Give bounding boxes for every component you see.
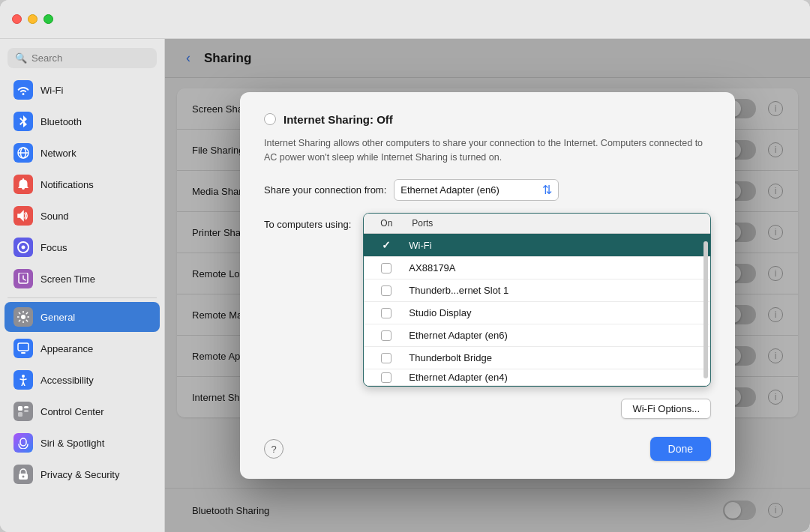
content-area: 🔍 Wi-Fi Bluetooth: [0, 39, 810, 532]
privacy-icon: [14, 465, 33, 484]
table-row[interactable]: AX88179A: [364, 257, 710, 279]
sidebar: 🔍 Wi-Fi Bluetooth: [0, 39, 165, 532]
svg-rect-11: [18, 412, 22, 417]
en4-port-label: Ethernet Adapter (en4): [409, 372, 710, 383]
modal-overlay: Internet Sharing: Off Internet Sharing a…: [165, 39, 810, 532]
svg-rect-10: [24, 410, 28, 412]
sidebar-item-controlcenter[interactable]: Control Center: [4, 396, 160, 426]
col-on-header: On: [364, 218, 409, 229]
ports-table-container: On Ports ✓: [363, 213, 711, 425]
minimize-button[interactable]: [28, 14, 38, 24]
ax88-checkbox[interactable]: [381, 263, 392, 273]
sidebar-item-privacy[interactable]: Privacy & Security: [4, 459, 160, 489]
en6-port-label: Ethernet Adapter (en6): [409, 330, 710, 341]
studio-checkbox[interactable]: [381, 308, 392, 318]
sidebar-item-appearance[interactable]: Appearance: [4, 333, 160, 363]
thunderbolt-checkbox[interactable]: [381, 285, 392, 296]
sidebar-item-general-label: General: [40, 312, 75, 323]
scrollbar[interactable]: [704, 241, 708, 378]
svg-rect-5: [18, 343, 28, 351]
table-row[interactable]: Thunderb...ernet Slot 1: [364, 279, 710, 302]
col-ports-header: Ports: [409, 218, 710, 229]
svg-rect-9: [24, 406, 28, 408]
internet-sharing-title: Internet Sharing: Off: [284, 113, 393, 126]
screentime-icon: [14, 269, 33, 288]
titlebar: [0, 0, 810, 39]
thunderbolt-check-cell: [364, 285, 409, 296]
search-icon: 🔍: [15, 52, 27, 64]
modal-footer: ? Done: [240, 425, 735, 479]
modal-body: Internet Sharing: Off Internet Sharing a…: [240, 92, 735, 426]
sidebar-item-notifications[interactable]: Notifications: [4, 169, 160, 199]
wifi-options-container: Wi-Fi Options...: [363, 399, 711, 419]
wifi-icon: [14, 80, 33, 100]
internet-sharing-description: Internet Sharing allows other computers …: [264, 136, 711, 165]
tbbridge-port-label: Thunderbolt Bridge: [409, 352, 710, 363]
share-from-value: Ethernet Adapter (en6): [400, 184, 538, 196]
sidebar-item-focus-label: Focus: [40, 242, 67, 253]
sidebar-item-bluetooth-label: Bluetooth: [40, 116, 82, 127]
help-button[interactable]: ?: [264, 439, 284, 459]
internet-sharing-radio[interactable]: [264, 113, 276, 125]
table-row[interactable]: ✓ Wi-Fi: [364, 234, 710, 257]
table-row[interactable]: Thunderbolt Bridge: [364, 347, 710, 369]
search-input[interactable]: [32, 52, 149, 64]
en4-check-cell: [364, 372, 409, 383]
ax88-port-label: AX88179A: [409, 262, 710, 273]
sidebar-item-privacy-label: Privacy & Security: [40, 469, 119, 480]
sidebar-item-bluetooth[interactable]: Bluetooth: [4, 106, 160, 136]
sidebar-item-accessibility[interactable]: Accessibility: [4, 365, 160, 395]
share-from-label: Share your connection from:: [264, 184, 386, 196]
sidebar-item-appearance-label: Appearance: [40, 343, 93, 354]
sidebar-item-sound[interactable]: Sound: [4, 201, 160, 231]
accessibility-icon: [14, 370, 33, 390]
close-button[interactable]: [12, 14, 22, 24]
ports-list: ✓ Wi-Fi: [364, 234, 710, 386]
notifications-icon: [14, 175, 33, 194]
sidebar-item-sound-label: Sound: [40, 211, 69, 222]
table-row[interactable]: Ethernet Adapter (en4): [364, 369, 710, 386]
done-button[interactable]: Done: [650, 437, 711, 461]
table-row[interactable]: Ethernet Adapter (en6): [364, 324, 710, 347]
main-window: 🔍 Wi-Fi Bluetooth: [0, 0, 810, 532]
wifi-options-button[interactable]: Wi-Fi Options...: [621, 399, 711, 419]
sidebar-item-wifi-label: Wi-Fi: [40, 85, 63, 96]
tbbridge-check-cell: [364, 353, 409, 363]
sidebar-item-general[interactable]: General: [4, 302, 160, 332]
ports-dropdown-table: On Ports ✓: [363, 213, 711, 387]
sidebar-item-network[interactable]: Network: [4, 138, 160, 168]
share-from-row: Share your connection from: Ethernet Ada…: [264, 179, 711, 201]
sidebar-item-siri[interactable]: Siri & Spotlight: [4, 428, 160, 458]
focus-icon: [14, 238, 33, 257]
appearance-icon: [14, 339, 33, 358]
search-bar[interactable]: 🔍: [8, 48, 157, 68]
en6-checkbox[interactable]: [381, 330, 392, 341]
sound-icon: [14, 206, 33, 226]
sidebar-item-focus[interactable]: Focus: [4, 232, 160, 262]
svg-rect-6: [21, 352, 26, 354]
computers-using-label: To computers using:: [264, 213, 351, 425]
ax88-check-cell: [364, 263, 409, 273]
studio-check-cell: [364, 308, 409, 318]
wifi-port-label: Wi-Fi: [409, 240, 710, 251]
en6-check-cell: [364, 330, 409, 341]
sidebar-item-network-label: Network: [40, 148, 76, 159]
sidebar-item-screentime[interactable]: Screen Time: [4, 264, 160, 294]
sidebar-item-controlcenter-label: Control Center: [40, 406, 104, 417]
internet-sharing-modal: Internet Sharing: Off Internet Sharing a…: [240, 92, 735, 480]
table-row[interactable]: Studio Display: [364, 302, 710, 324]
bluetooth-icon: [14, 112, 33, 131]
en4-checkbox[interactable]: [381, 372, 392, 383]
computers-using-section: To computers using: On Ports: [264, 213, 711, 425]
dropdown-arrow-icon: ⇅: [542, 183, 552, 197]
controlcenter-icon: [14, 402, 33, 421]
network-icon: [14, 143, 33, 163]
sidebar-item-wifi[interactable]: Wi-Fi: [4, 75, 160, 105]
sidebar-item-siri-label: Siri & Spotlight: [40, 438, 104, 449]
wifi-check-cell: ✓: [364, 239, 409, 251]
svg-point-13: [22, 476, 25, 478]
svg-point-4: [21, 315, 26, 319]
maximize-button[interactable]: [44, 14, 53, 24]
tbbridge-checkbox[interactable]: [381, 353, 392, 363]
share-from-dropdown[interactable]: Ethernet Adapter (en6) ⇅: [394, 179, 559, 201]
